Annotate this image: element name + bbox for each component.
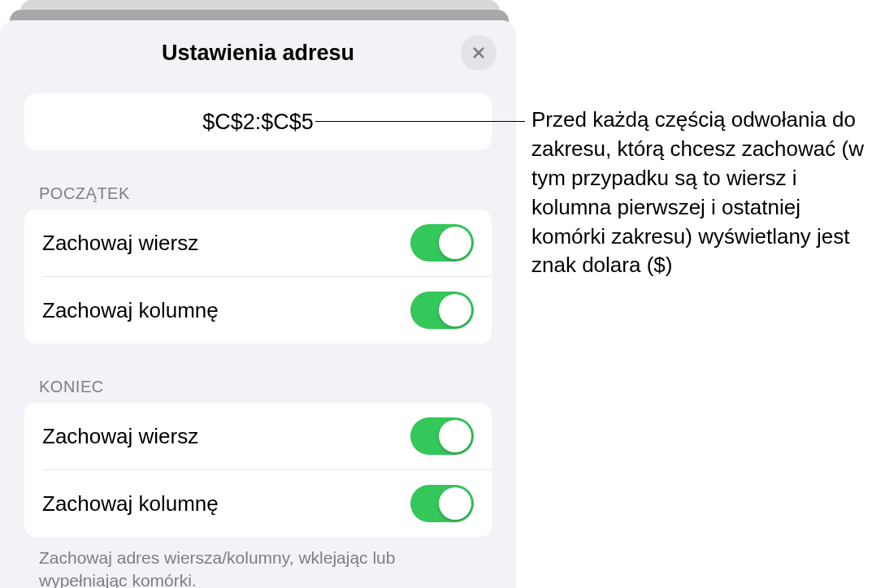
section-header-start: POCZĄTEK — [39, 184, 477, 203]
toggle-preserve-column-end[interactable] — [410, 485, 474, 522]
option-row-preserve-column-end: Zachowaj kolumnę — [24, 470, 492, 537]
toggle-knob — [439, 227, 471, 259]
option-row-preserve-row-start: Zachowaj wiersz — [24, 210, 492, 276]
modal-title: Ustawienia adresu — [162, 41, 354, 66]
option-row-preserve-column-start: Zachowaj kolumnę — [24, 277, 492, 344]
option-label: Zachowaj wiersz — [42, 424, 198, 449]
option-group-start: Zachowaj wiersz Zachowaj kolumnę — [24, 210, 492, 344]
option-row-preserve-row-end: Zachowaj wiersz — [24, 403, 492, 469]
section-header-end: KONIEC — [39, 378, 477, 396]
callout-text: Przed każdą częścią odwołania do zakresu… — [531, 106, 877, 280]
settings-modal: Ustawienia adresu $C$2:$C$5 POCZĄTEK Zac… — [0, 20, 516, 588]
option-group-end: Zachowaj wiersz Zachowaj kolumnę — [24, 403, 492, 537]
address-field[interactable]: $C$2:$C$5 — [24, 93, 492, 150]
toggle-knob — [439, 487, 471, 520]
toggle-knob — [439, 294, 471, 326]
toggle-preserve-column-start[interactable] — [410, 292, 474, 329]
option-label: Zachowaj kolumnę — [42, 491, 219, 517]
modal-header: Ustawienia adresu — [0, 20, 516, 85]
toggle-preserve-row-end[interactable] — [410, 417, 474, 455]
toggle-preserve-row-start[interactable] — [410, 224, 474, 262]
modal-backdrop: Ustawienia adresu $C$2:$C$5 POCZĄTEK Zac… — [0, 0, 516, 588]
option-label: Zachowaj wiersz — [42, 231, 198, 256]
footer-note: Zachowaj adres wiersza/kolumny, wklejają… — [39, 547, 477, 588]
option-label: Zachowaj kolumnę — [42, 298, 219, 323]
callout-leader-line — [315, 121, 525, 122]
close-icon — [471, 45, 486, 60]
address-value: $C$2:$C$5 — [202, 110, 314, 135]
toggle-knob — [439, 420, 471, 452]
close-button[interactable] — [461, 35, 497, 71]
